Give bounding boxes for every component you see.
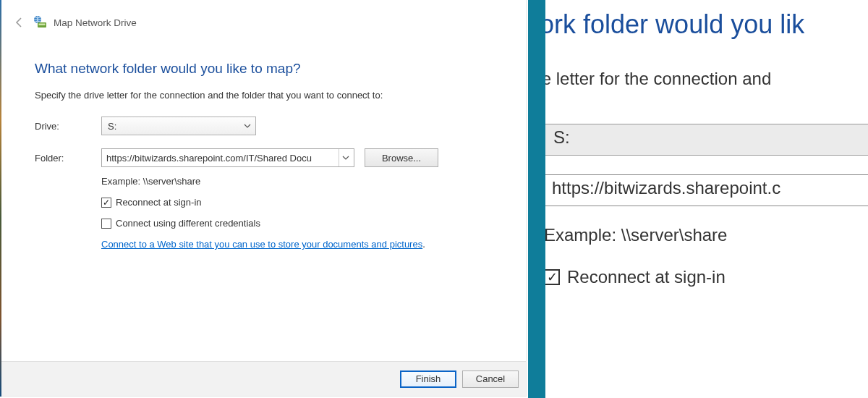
zoom-reconnect-checkbox-row[interactable]: Reconnect at sign-in	[545, 267, 868, 287]
zoom-folder-input[interactable]: https://bitwizards.sharepoint.c	[545, 174, 868, 206]
drive-label: Drive:	[35, 121, 101, 132]
dialog-footer: Finish Cancel	[1, 361, 526, 396]
network-drive-icon	[33, 15, 48, 30]
chevron-down-icon	[244, 121, 251, 132]
browse-button[interactable]: Browse...	[365, 148, 438, 167]
map-network-drive-dialog: Map Network Drive What network folder wo…	[1, 0, 527, 397]
zoom-drive-select[interactable]: S:	[545, 124, 868, 156]
different-credentials-checkbox-row[interactable]: Connect using different credentials	[101, 218, 493, 229]
folder-input-value: https://bitwizards.sharepoint.com/IT/Sha…	[106, 153, 339, 164]
different-credentials-label: Connect using different credentials	[116, 218, 260, 229]
back-arrow-icon[interactable]	[12, 14, 27, 30]
zoom-reconnect-label: Reconnect at sign-in	[567, 267, 726, 287]
drive-row: Drive: S:	[35, 117, 493, 135]
drive-select-value: S:	[108, 121, 116, 132]
page-instruction: Specify the drive letter for the connect…	[1, 84, 526, 117]
svg-rect-2	[39, 24, 46, 26]
connect-website-link[interactable]: Connect to a Web site that you can use t…	[101, 239, 422, 250]
zoom-example-text: Example: \\server\share	[545, 225, 868, 245]
page-heading: What network folder would you like to ma…	[1, 36, 526, 84]
zoom-instruction-fragment: the drive letter for the connection and	[545, 69, 868, 89]
reconnect-label: Reconnect at sign-in	[116, 197, 202, 208]
zoom-panel: p Network Drive network folder would you…	[545, 0, 868, 398]
zoom-reconnect-checkbox[interactable]	[545, 269, 560, 285]
link-terminal-dot: .	[422, 239, 425, 250]
cancel-button[interactable]: Cancel	[462, 371, 519, 388]
different-credentials-checkbox[interactable]	[101, 219, 111, 229]
dialog-header: Map Network Drive	[1, 0, 526, 36]
drive-select[interactable]: S:	[101, 117, 256, 135]
zoom-heading-fragment: network folder would you lik	[545, 9, 868, 40]
vertical-separator	[528, 0, 545, 398]
reconnect-checkbox[interactable]	[101, 198, 111, 208]
dialog-title: Map Network Drive	[54, 17, 137, 28]
chevron-down-icon	[339, 149, 352, 166]
connect-website-line: Connect to a Web site that you can use t…	[101, 239, 493, 250]
folder-example-text: Example: \\server\share	[101, 176, 493, 187]
folder-combobox[interactable]: https://bitwizards.sharepoint.com/IT/Sha…	[101, 148, 354, 167]
folder-label: Folder:	[35, 153, 101, 164]
finish-button[interactable]: Finish	[400, 371, 456, 388]
reconnect-checkbox-row[interactable]: Reconnect at sign-in	[101, 197, 493, 208]
folder-row: Folder: https://bitwizards.sharepoint.co…	[35, 148, 493, 167]
